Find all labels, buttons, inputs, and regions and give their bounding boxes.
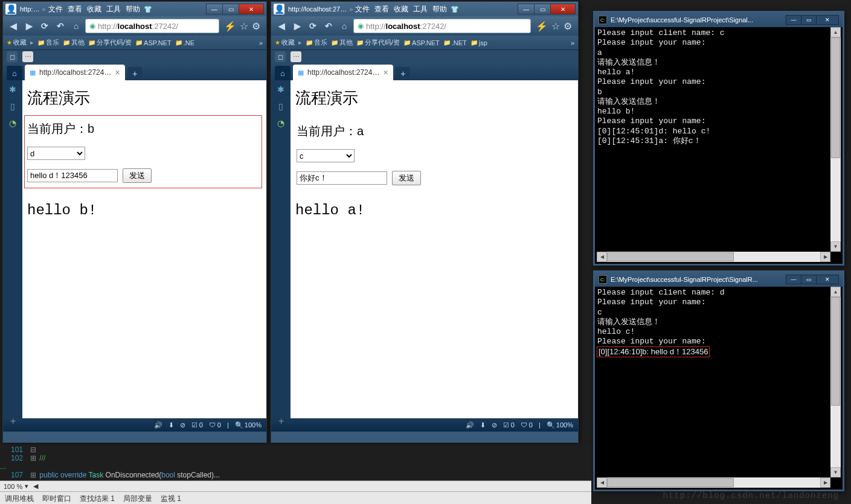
forward-button[interactable]: ▶ <box>291 19 304 33</box>
scroll-left-icon[interactable]: ◀ <box>597 252 607 262</box>
ext-icon[interactable]: ◻ <box>275 51 286 62</box>
menu-file[interactable]: 文件 <box>355 4 370 14</box>
star-icon[interactable]: ☆ <box>551 21 560 32</box>
address-bar[interactable]: ◉ http://localhost:27242/ <box>85 19 219 33</box>
bookmark-item[interactable]: 📁音乐 <box>37 38 59 47</box>
forward-button[interactable]: ▶ <box>22 19 36 33</box>
console-titlebar[interactable]: C: E:\MyProject\successful-SignalRProjec… <box>595 272 843 287</box>
send-button[interactable]: 发送 <box>392 171 421 185</box>
zoom-indicator[interactable]: 🔍 100% <box>547 421 573 429</box>
close-button[interactable]: ✕ <box>816 15 839 25</box>
sidepanel-icon[interactable]: ▯ <box>275 101 286 112</box>
menu-tools[interactable]: 工具 <box>413 4 428 14</box>
gear-icon[interactable]: ⚙ <box>252 21 260 32</box>
scroll-right-icon[interactable]: ▶ <box>820 252 830 262</box>
bookmark-item[interactable]: 📁其他 <box>331 38 353 47</box>
close-button[interactable]: ✕ <box>816 275 839 284</box>
shield-status-icon[interactable]: 🛡 0 <box>209 421 221 429</box>
ext-icon[interactable]: ◻ <box>7 51 18 62</box>
scroll-thumb[interactable] <box>607 478 734 487</box>
back-button[interactable]: ◀ <box>7 19 20 33</box>
scroll-up-icon[interactable]: ▲ <box>830 287 841 297</box>
sidepanel-icon[interactable]: ◔ <box>7 118 18 129</box>
chevron-right-icon[interactable]: » <box>571 39 574 46</box>
titlebar[interactable]: http://localhost:27… » 文件 查看 收藏 工具 帮助 👕 … <box>271 2 578 16</box>
undo-button[interactable]: ↶ <box>54 19 67 33</box>
chevron-right-icon[interactable]: » <box>259 39 263 46</box>
bookmark-item[interactable]: 📁.NET <box>443 39 467 46</box>
back-button[interactable]: ◀ <box>275 19 288 33</box>
shield-status-icon[interactable]: 🛡 0 <box>521 421 533 429</box>
add-plus-icon[interactable]: + <box>278 416 284 427</box>
flash-icon[interactable]: ⚡ <box>224 21 236 32</box>
scrollbar-horizontal[interactable]: ◀ ▶ <box>597 477 830 488</box>
tab-watch[interactable]: 监视 1 <box>161 494 181 504</box>
undo-button[interactable]: ↶ <box>322 19 335 33</box>
minimize-button[interactable]: — <box>786 15 801 25</box>
sidepanel-icon[interactable]: ✱ <box>7 84 18 95</box>
tasks-icon[interactable]: ☑ 0 <box>191 421 203 429</box>
message-input[interactable] <box>27 169 118 182</box>
scrollbar-vertical[interactable]: ▲ ▼ <box>830 287 841 477</box>
bookmark-item[interactable]: 📁其他 <box>63 38 85 47</box>
flash-icon[interactable]: ⚡ <box>536 21 548 32</box>
bookmark-item[interactable]: 📁.NE <box>175 39 194 46</box>
tasks-icon[interactable]: ☑ 0 <box>503 421 515 429</box>
home-button[interactable]: ⌂ <box>338 19 351 33</box>
scroll-thumb[interactable] <box>831 297 840 406</box>
tab-locals[interactable]: 局部变量 <box>123 494 152 504</box>
scroll-right-icon[interactable]: ▶ <box>820 477 830 488</box>
scroll-left-icon[interactable]: ◀ <box>33 482 38 490</box>
bookmark-item[interactable]: 📁分享代码/资 <box>356 38 400 47</box>
star-icon[interactable]: ☆ <box>240 21 248 32</box>
ext-icon[interactable]: ⋯ <box>22 51 33 62</box>
reload-button[interactable]: ⟳ <box>306 19 320 33</box>
menu-fav[interactable]: 收藏 <box>87 4 101 14</box>
menu-help[interactable]: 帮助 <box>126 4 140 14</box>
new-tab-button[interactable]: + <box>396 67 410 80</box>
sound-icon[interactable]: 🔊 <box>154 421 162 429</box>
zoom-indicator[interactable]: 🔍 100% <box>235 421 262 429</box>
address-bar[interactable]: ◉ http://localhost:27242/ <box>353 19 531 33</box>
close-button[interactable]: ✕ <box>550 4 576 14</box>
download-icon[interactable]: ⬇ <box>169 421 174 429</box>
sidepanel-icon[interactable]: ◔ <box>275 118 286 129</box>
menu-fav[interactable]: 收藏 <box>394 4 408 14</box>
tab-home[interactable]: ⌂ <box>7 66 22 80</box>
bookmark-item[interactable]: 📁分享代码/资 <box>88 38 132 47</box>
bookmark-item[interactable]: 📁音乐 <box>306 38 327 47</box>
sidepanel-icon[interactable]: ▯ <box>7 101 18 112</box>
recipient-select[interactable]: d <box>27 147 85 160</box>
download-icon[interactable]: ⬇ <box>480 421 486 429</box>
home-button[interactable]: ⌂ <box>69 19 83 33</box>
recipient-select[interactable]: c <box>297 149 355 162</box>
minimize-button[interactable]: — <box>786 275 801 284</box>
add-plus-icon[interactable]: + <box>10 416 16 427</box>
scroll-down-icon[interactable]: ▼ <box>830 241 841 252</box>
sound-icon[interactable]: 🔊 <box>466 421 474 429</box>
titlebar[interactable]: http:… » 文件 查看 收藏 工具 帮助 👕 — ▭ ✕ <box>3 2 266 16</box>
maximize-button[interactable]: ▭ <box>801 15 817 25</box>
bookmark-item[interactable]: 📁jsp <box>470 39 487 46</box>
scroll-up-icon[interactable]: ▲ <box>830 27 841 37</box>
send-button[interactable]: 发送 <box>123 168 152 183</box>
scroll-thumb[interactable] <box>607 252 734 261</box>
menu-view[interactable]: 查看 <box>374 4 389 14</box>
scrollbar-vertical[interactable]: ▲ ▼ <box>830 27 841 252</box>
bookmark-fav[interactable]: ★收藏 <box>275 38 295 47</box>
ext-icon[interactable]: ⋯ <box>291 51 301 62</box>
message-input[interactable] <box>297 171 387 185</box>
tab-immediate[interactable]: 即时窗口 <box>42 494 71 504</box>
code-editor[interactable]: 101⊟ 102⊞ /// ...107⊞ public override Ta… <box>0 444 591 480</box>
gear-icon[interactable]: ⚙ <box>564 21 572 32</box>
tshirt-icon[interactable]: 👕 <box>451 5 459 13</box>
minimize-button[interactable]: — <box>518 4 535 14</box>
menu-help[interactable]: 帮助 <box>432 4 447 14</box>
sidepanel-icon[interactable]: ✱ <box>275 84 286 95</box>
menu-file[interactable]: 文件 <box>48 4 63 14</box>
maximize-button[interactable]: ▭ <box>801 275 817 284</box>
scroll-thumb[interactable] <box>831 37 840 158</box>
tab-active[interactable]: ▦ http://localhost:2724… ✕ <box>25 65 125 80</box>
tab-home[interactable]: ⌂ <box>275 66 291 80</box>
adblock-icon[interactable]: ⊘ <box>180 421 185 429</box>
